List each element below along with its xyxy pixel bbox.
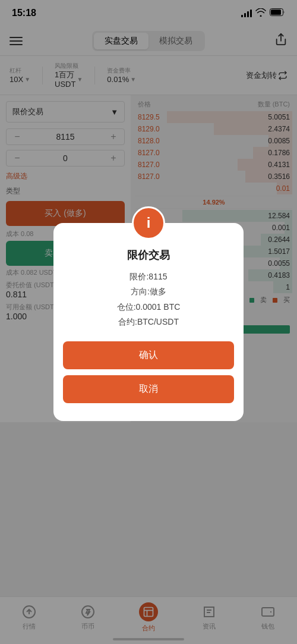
modal-info-icon: i xyxy=(132,206,165,240)
confirm-modal: i 限价交易 限价:8115 方向:做多 仓位:0.0001 BTC 合约:BT… xyxy=(53,223,244,421)
modal-info: 限价:8115 方向:做多 仓位:0.0001 BTC 合约:BTC/USDT xyxy=(53,269,244,329)
confirm-button[interactable]: 确认 xyxy=(63,341,234,369)
home-indicator xyxy=(113,638,184,640)
cancel-button[interactable]: 取消 xyxy=(63,375,234,403)
modal-overlay[interactable]: i 限价交易 限价:8115 方向:做多 仓位:0.0001 BTC 合约:BT… xyxy=(0,0,297,644)
